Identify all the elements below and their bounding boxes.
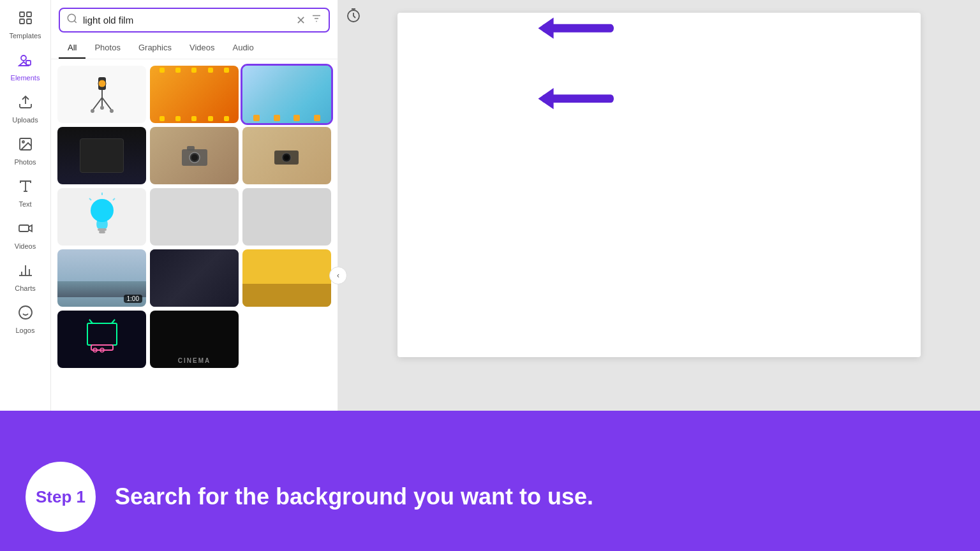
templates-label: Templates — [9, 32, 41, 40]
sidebar-item-text[interactable]: Text — [3, 173, 48, 213]
search-clear-button[interactable]: ✕ — [296, 13, 306, 27]
sidebar-item-uploads[interactable]: Uploads — [3, 89, 48, 129]
uploads-label: Uploads — [12, 116, 38, 124]
duration-badge: 1:00 — [124, 295, 142, 303]
svg-line-47 — [113, 198, 115, 200]
tab-videos[interactable]: Videos — [181, 38, 224, 59]
svg-point-34 — [100, 106, 104, 110]
text-icon — [18, 179, 33, 198]
svg-rect-43 — [98, 228, 107, 231]
svg-point-4 — [21, 55, 26, 61]
tab-all[interactable]: All — [59, 38, 85, 59]
result-camera-flat[interactable] — [242, 127, 331, 184]
svg-rect-38 — [187, 146, 195, 151]
svg-rect-0 — [20, 12, 24, 17]
svg-point-37 — [191, 154, 198, 161]
sidebar-item-videos[interactable]: Videos — [3, 216, 48, 255]
result-landscape[interactable]: 1:00 — [57, 249, 146, 307]
tab-photos[interactable]: Photos — [85, 38, 129, 59]
film-dots-bottom — [150, 114, 239, 123]
sidebar-item-elements[interactable]: Elements — [3, 47, 48, 87]
svg-rect-48 — [87, 323, 117, 345]
svg-point-41 — [284, 155, 289, 160]
svg-rect-2 — [20, 19, 24, 24]
svg-point-21 — [68, 14, 75, 22]
videos-label: Videos — [15, 242, 36, 250]
step-description: Search for the background you want to us… — [115, 483, 942, 510]
svg-rect-49 — [91, 345, 113, 350]
text-label: Text — [19, 200, 31, 208]
search-icon — [66, 13, 78, 27]
elements-icon — [18, 52, 33, 71]
step-number: Step 1 — [36, 487, 85, 507]
canvas-document[interactable] — [397, 13, 921, 357]
videos-icon — [18, 221, 33, 240]
elements-label: Elements — [11, 74, 40, 82]
sidebar-item-photos[interactable]: Photos — [3, 131, 48, 171]
search-bar-wrap: ✕ — [51, 0, 338, 38]
film-dots-bottom-blue — [242, 113, 331, 123]
search-bar: ✕ — [59, 8, 330, 33]
timer-icon[interactable] — [346, 8, 361, 26]
svg-rect-3 — [27, 19, 31, 24]
photos-label: Photos — [14, 158, 36, 166]
svg-rect-1 — [27, 12, 31, 17]
svg-rect-12 — [19, 225, 29, 231]
svg-point-9 — [22, 141, 24, 143]
tab-graphics[interactable]: Graphics — [130, 38, 181, 59]
result-camera-top[interactable] — [150, 127, 239, 184]
bottom-wave-section: Step 1 Search for the background you wan… — [0, 398, 980, 551]
svg-point-33 — [110, 109, 114, 113]
svg-point-18 — [19, 306, 32, 319]
filter-tabs: All Photos Graphics Videos Audio — [51, 38, 338, 59]
step-content: Step 1 Search for the background you wan… — [0, 462, 980, 532]
result-cinema[interactable]: CINEMA — [150, 311, 239, 368]
result-dark-panel[interactable] — [57, 127, 146, 184]
result-film-blue[interactable] — [242, 66, 331, 123]
svg-rect-44 — [99, 231, 105, 233]
templates-icon — [18, 10, 33, 29]
svg-point-27 — [98, 80, 106, 87]
sidebar-item-templates[interactable]: Templates — [3, 5, 48, 45]
result-blur-2[interactable] — [242, 188, 331, 246]
svg-point-32 — [91, 109, 94, 113]
svg-marker-6 — [19, 62, 28, 66]
panel-collapse-button[interactable]: ‹ — [329, 267, 347, 284]
tab-audio[interactable]: Audio — [223, 38, 262, 59]
svg-line-22 — [74, 20, 76, 22]
logos-icon — [18, 305, 33, 324]
result-lightbulb[interactable] — [57, 188, 146, 246]
svg-line-46 — [89, 198, 91, 200]
charts-icon — [18, 263, 33, 282]
result-yellow-bg[interactable] — [242, 249, 331, 307]
search-input[interactable] — [83, 15, 291, 26]
svg-point-42 — [91, 199, 114, 222]
result-blur-1[interactable] — [150, 188, 239, 246]
result-crowd[interactable] — [150, 249, 239, 307]
film-dots-top — [150, 66, 239, 75]
photos-icon — [18, 136, 33, 156]
result-film-orange[interactable] — [150, 66, 239, 123]
logos-label: Logos — [16, 327, 35, 334]
uploads-icon — [18, 94, 33, 114]
sidebar-item-logos[interactable]: Logos — [3, 300, 48, 339]
charts-label: Charts — [15, 284, 35, 292]
search-filter-button[interactable] — [311, 13, 322, 27]
step-circle: Step 1 — [26, 462, 96, 532]
sidebar-item-charts[interactable]: Charts — [3, 258, 48, 297]
result-camera-tripod[interactable] — [57, 66, 146, 123]
result-tv[interactable] — [57, 311, 146, 368]
